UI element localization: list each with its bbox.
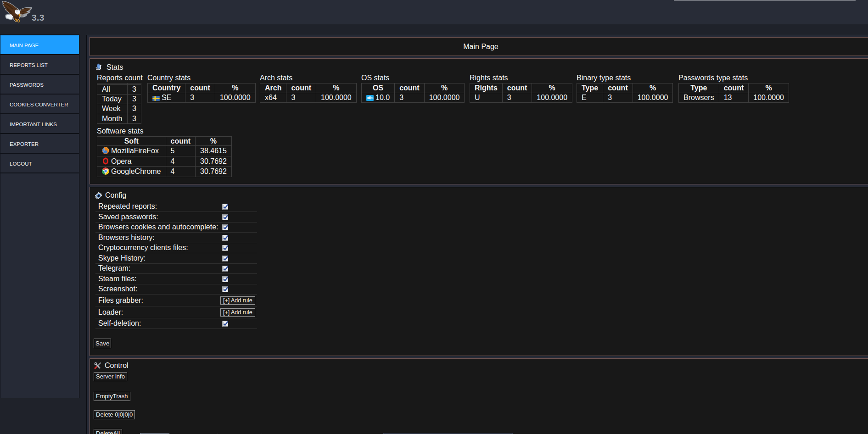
svg-text:10: 10 <box>371 97 374 99</box>
